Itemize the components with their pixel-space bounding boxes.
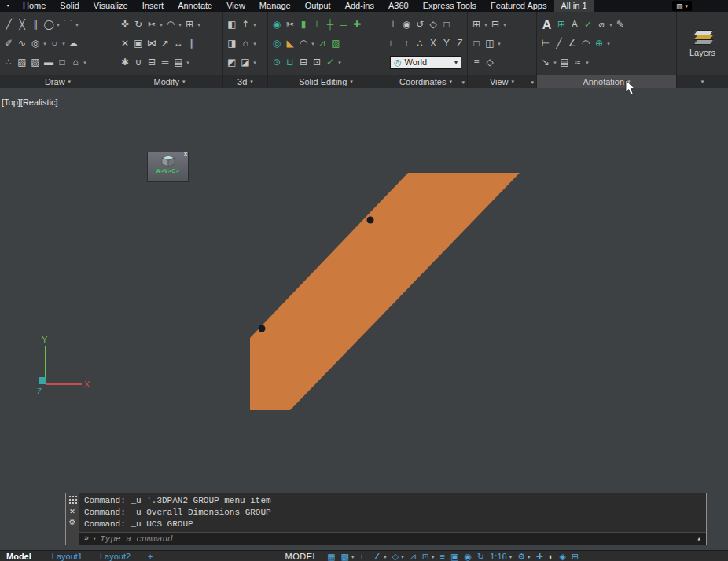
scale-icon[interactable]: ↗ <box>159 37 171 50</box>
modify-more-arrow[interactable]: ▾ <box>186 56 190 69</box>
angular-dimension-icon[interactable]: ∠ <box>566 37 579 50</box>
annotation-monitor-icon[interactable]: ✚ <box>536 552 543 561</box>
check-icon[interactable]: ✓ <box>324 56 336 69</box>
customize-icon[interactable]: ⚙ <box>69 519 76 526</box>
dimension-flyout-arrow[interactable]: ▾ <box>609 18 613 31</box>
caret-up-icon[interactable]: ▴ <box>697 534 701 543</box>
avc-palette[interactable]: x A>V>C> <box>147 152 189 182</box>
tab-addins[interactable]: Add-ins <box>338 0 381 12</box>
command-input-placeholder[interactable]: Type a command <box>100 534 172 544</box>
sweep-flyout-arrow[interactable]: ▾ <box>252 56 257 69</box>
line-icon[interactable]: ╱ <box>2 18 15 31</box>
erase-icon[interactable]: ✕ <box>119 37 131 50</box>
layers-panel-button[interactable]: Layers <box>677 12 728 75</box>
spell-check-icon[interactable]: ✓ <box>582 18 594 31</box>
imprint-icon[interactable]: ⊥ <box>311 18 323 31</box>
construction-line-icon[interactable]: ╳ <box>16 18 28 31</box>
radius-dimension-icon[interactable]: ◠ <box>579 37 592 50</box>
sweep-icon[interactable]: ◩ <box>226 56 238 69</box>
annotation-scale-button[interactable]: 1:16 <box>490 552 506 561</box>
ucs-origin-icon[interactable]: ∟ <box>387 37 399 50</box>
dim-more-arrow[interactable]: ▾ <box>606 37 611 50</box>
new-layout-button[interactable]: + <box>148 552 153 561</box>
edit-polyline-icon[interactable]: ▤ <box>172 56 185 69</box>
copy-icon[interactable]: ▣ <box>132 37 145 50</box>
ucs-icon[interactable]: Y X Z <box>30 328 96 398</box>
shell-icon[interactable]: ⊔ <box>284 56 296 69</box>
annotation-panel-footer[interactable]: Annotation ▾ <box>537 75 676 88</box>
intersect-icon[interactable]: ⊙ <box>270 56 283 69</box>
isolate-objects-icon[interactable]: ◐ <box>549 552 554 561</box>
trim-icon[interactable]: ✂ <box>145 18 158 31</box>
ucs-x-icon[interactable]: X <box>427 37 439 50</box>
graphics-performance-icon[interactable]: ◈ <box>559 552 565 561</box>
hatch-icon[interactable]: ▨ <box>16 56 28 69</box>
move-icon[interactable]: ✜ <box>119 18 131 31</box>
union-icon[interactable]: ◉ <box>270 18 283 31</box>
isometric-drafting-icon[interactable]: ◇ <box>392 552 399 561</box>
dimension-icon[interactable]: ⌀ <box>595 18 608 31</box>
arc-icon[interactable]: ⌒ <box>61 18 74 31</box>
ucs-z-icon[interactable]: Z <box>454 37 466 50</box>
array-icon[interactable]: ⊞ <box>183 18 196 31</box>
tab-view[interactable]: View <box>219 0 252 12</box>
separate-icon[interactable]: ⊟ <box>297 56 310 69</box>
chevron-down-icon[interactable]: ▾ <box>93 536 96 542</box>
grid-display-icon[interactable]: ▦ <box>327 552 335 561</box>
polar-tracking-icon[interactable]: ∠ <box>373 552 381 561</box>
layout2-tab[interactable]: Layout2 <box>100 552 131 561</box>
array-flyout-arrow[interactable]: ▾ <box>197 18 201 31</box>
extract-edges-icon[interactable]: ═ <box>337 18 350 31</box>
chevron-down-icon[interactable]: ▾ <box>454 59 458 66</box>
donut-icon[interactable]: ◎ <box>29 37 42 50</box>
loft-icon[interactable]: ◪ <box>239 56 252 69</box>
isometric-drafting-arrow[interactable]: ▾ <box>401 552 404 561</box>
ucs-world-icon[interactable]: ◉ <box>400 18 413 31</box>
multiline-icon[interactable]: ∥ <box>29 18 42 31</box>
region-icon[interactable]: ▬ <box>42 56 55 69</box>
donut-flyout-arrow[interactable]: ▾ <box>42 37 47 50</box>
ribbon-display-toggle[interactable]: ▥ ▾ <box>672 1 692 11</box>
join-icon[interactable]: ∪ <box>132 56 145 69</box>
modify-panel-footer[interactable]: Modify ▾ <box>116 75 222 88</box>
point-entity[interactable] <box>367 217 374 224</box>
model-tab[interactable]: Model <box>6 552 31 561</box>
dialog-launcher-icon[interactable]: ▾ <box>531 79 534 86</box>
ucs-named-combo[interactable]: ◎ World ▾ <box>390 56 461 69</box>
view-flyout-arrow[interactable]: ▾ <box>497 37 502 50</box>
leader-style-arrow[interactable]: ▾ <box>553 56 557 69</box>
polygon-icon[interactable]: ⌂ <box>69 56 82 69</box>
viewport-config-icon[interactable]: ⊟ <box>489 18 502 31</box>
mirror-icon[interactable]: ⋈ <box>145 37 158 50</box>
circle-flyout-arrow[interactable]: ▾ <box>56 18 61 31</box>
tab-home[interactable]: Home <box>16 0 53 12</box>
trim-flyout-arrow[interactable]: ▾ <box>159 18 164 31</box>
workspace-switching-arrow[interactable]: ▾ <box>528 552 531 561</box>
tab-manage[interactable]: Manage <box>252 0 298 12</box>
match-annotation-icon[interactable]: ≈ <box>572 56 584 69</box>
ellipse-icon[interactable]: ○ <box>48 37 61 50</box>
slice-icon[interactable]: ✂ <box>284 18 296 31</box>
presspull-flyout-arrow[interactable]: ▾ <box>252 37 257 50</box>
titlebar-icon[interactable]: ▪ <box>0 0 16 12</box>
fillet-edge-arrow[interactable]: ▾ <box>311 37 315 50</box>
view-panel-footer[interactable]: View ▾ ▾ <box>468 75 536 88</box>
stretch-icon[interactable]: ↔ <box>172 37 185 50</box>
annotation-table-icon[interactable]: ▤ <box>558 56 571 69</box>
extrude-faces-icon[interactable]: ▧ <box>329 37 342 50</box>
draw-panel-footer[interactable]: Draw ▾ <box>0 75 116 88</box>
interfere-icon[interactable]: ┼ <box>324 18 336 31</box>
view-restore-icon[interactable]: □ <box>470 37 483 50</box>
tab-output[interactable]: Output <box>298 0 338 12</box>
object-snap-tracking-icon[interactable]: ⊿ <box>410 552 417 561</box>
ucs-face-icon[interactable]: ◇ <box>427 18 439 31</box>
object-snap-arrow[interactable]: ▾ <box>432 552 435 561</box>
tab-visualize[interactable]: Visualize <box>86 0 135 12</box>
arc-flyout-arrow[interactable]: ▾ <box>75 18 79 31</box>
presspull-icon[interactable]: ◨ <box>226 37 238 50</box>
object-snap-icon[interactable]: ⊡ <box>422 552 429 561</box>
multileader-icon[interactable]: ↘ <box>539 56 552 69</box>
tab-express-tools[interactable]: Express Tools <box>416 0 483 12</box>
box-flyout-arrow[interactable]: ▾ <box>252 18 257 31</box>
point-icon[interactable]: ∴ <box>2 56 15 69</box>
